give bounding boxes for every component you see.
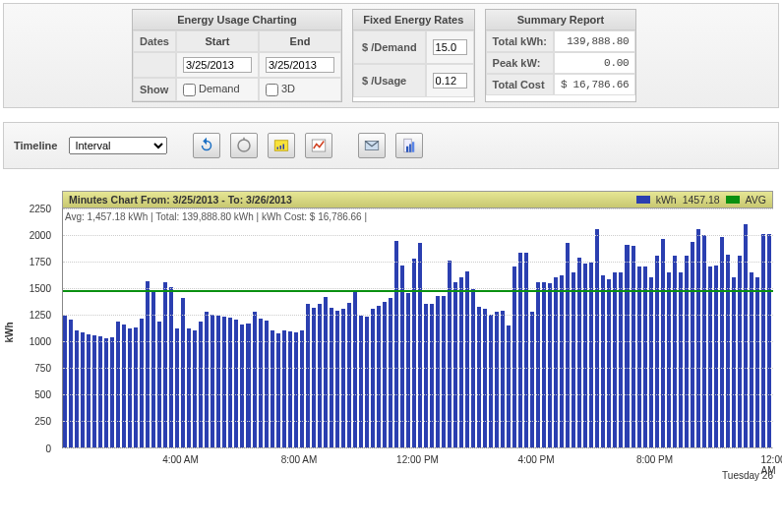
bar <box>92 335 96 446</box>
svg-rect-4 <box>283 144 285 148</box>
show-label: Show <box>133 78 176 101</box>
bar <box>673 256 677 446</box>
x-axis-ticks: 4:00 AM8:00 AM12:00 PM4:00 PM8:00 PM12:0… <box>62 454 773 468</box>
legend-avg-label: AVG <box>746 194 766 206</box>
bar <box>685 256 689 446</box>
bar <box>300 330 304 447</box>
bar <box>495 312 499 446</box>
reset-button[interactable] <box>230 133 258 158</box>
bar <box>330 308 333 446</box>
dates-label: Dates <box>133 30 176 52</box>
rate-demand-label: $ /Demand <box>353 30 426 64</box>
total-cost-value: $ 16,786.66 <box>554 74 635 95</box>
bar <box>63 316 67 447</box>
charting-title: Energy Usage Charting <box>133 10 341 30</box>
y-axis-ticks: 0250500750100012501500175020002250 <box>3 208 57 448</box>
bar <box>271 330 274 447</box>
bar <box>542 282 546 446</box>
start-header: Start <box>176 30 259 52</box>
end-date-input[interactable] <box>266 57 334 73</box>
chart-area: Minutes Chart From: 3/25/2013 - To: 3/26… <box>3 183 779 483</box>
total-kwh-value: 139,888.80 <box>554 30 635 52</box>
refresh-button[interactable] <box>193 133 220 158</box>
export-button[interactable] <box>395 133 423 158</box>
legend-kwh-label: kWh <box>656 194 677 206</box>
bar <box>265 321 269 447</box>
bar <box>347 303 351 447</box>
peak-kw-label: Peak kW: <box>486 52 554 74</box>
bar <box>110 337 114 446</box>
chart-plot[interactable] <box>62 208 773 448</box>
bar <box>234 320 238 447</box>
bar <box>530 312 534 446</box>
bar <box>566 243 570 446</box>
bar <box>134 327 138 447</box>
svg-rect-10 <box>406 146 408 151</box>
svg-rect-2 <box>277 147 279 148</box>
bar <box>240 325 244 446</box>
bar <box>732 277 736 447</box>
legend-kwh-swatch <box>636 196 650 204</box>
bar <box>312 308 316 446</box>
demand-checkbox[interactable] <box>183 84 196 96</box>
bar <box>259 319 263 447</box>
bar <box>501 311 505 446</box>
bar <box>288 331 292 447</box>
email-button[interactable] <box>358 133 386 158</box>
total-kwh-label: Total kWh: <box>486 30 554 52</box>
bar <box>318 304 322 447</box>
rate-usage-input[interactable] <box>433 73 467 89</box>
bar <box>430 304 434 447</box>
bar <box>453 282 457 446</box>
bar <box>335 311 339 446</box>
bar <box>554 277 558 447</box>
bar <box>489 315 493 447</box>
bar <box>661 239 665 447</box>
bar <box>175 328 179 447</box>
timeline-label: Timeline <box>14 140 57 151</box>
svg-rect-3 <box>280 146 282 149</box>
start-date-input[interactable] <box>183 57 252 73</box>
svg-point-0 <box>238 140 250 151</box>
bar <box>389 298 392 446</box>
bar <box>625 245 629 446</box>
bar <box>187 328 191 447</box>
bar <box>69 320 73 447</box>
bar <box>365 317 369 447</box>
bar <box>294 332 298 447</box>
bar <box>524 253 528 447</box>
chart-type-button[interactable] <box>305 133 332 158</box>
bar <box>507 325 511 446</box>
bar <box>341 309 345 446</box>
end-header: End <box>259 30 341 52</box>
bar <box>211 315 214 447</box>
3d-checkbox[interactable] <box>266 84 278 96</box>
bar <box>383 302 387 447</box>
bar <box>726 255 730 446</box>
fixed-energy-rates-box: Fixed Energy Rates $ /Demand $ /Usage <box>352 9 475 102</box>
highlight-button[interactable] <box>268 133 295 158</box>
bar <box>128 328 132 447</box>
bar <box>222 317 226 447</box>
timeline-select[interactable]: Interval <box>69 137 167 154</box>
x-axis-day-label: Tuesday 26 <box>722 470 773 481</box>
bar <box>282 330 286 447</box>
bar <box>720 237 724 447</box>
bar <box>632 246 635 446</box>
rates-title: Fixed Energy Rates <box>353 10 474 30</box>
bar <box>216 316 220 447</box>
rate-demand-input[interactable] <box>433 39 467 55</box>
bar <box>607 279 611 447</box>
bar <box>655 256 659 446</box>
bar <box>253 312 257 446</box>
svg-rect-8 <box>409 144 411 151</box>
bar <box>744 224 748 447</box>
summary-report-box: Summary Report Total kWh: 139,888.80 Pea… <box>485 9 637 102</box>
bar <box>406 293 410 447</box>
bar <box>104 338 108 446</box>
bar <box>377 306 381 447</box>
bar <box>442 296 446 446</box>
bar <box>649 277 653 447</box>
svg-rect-9 <box>412 142 414 152</box>
config-panel: Energy Usage Charting Dates Start End Sh… <box>3 3 779 108</box>
